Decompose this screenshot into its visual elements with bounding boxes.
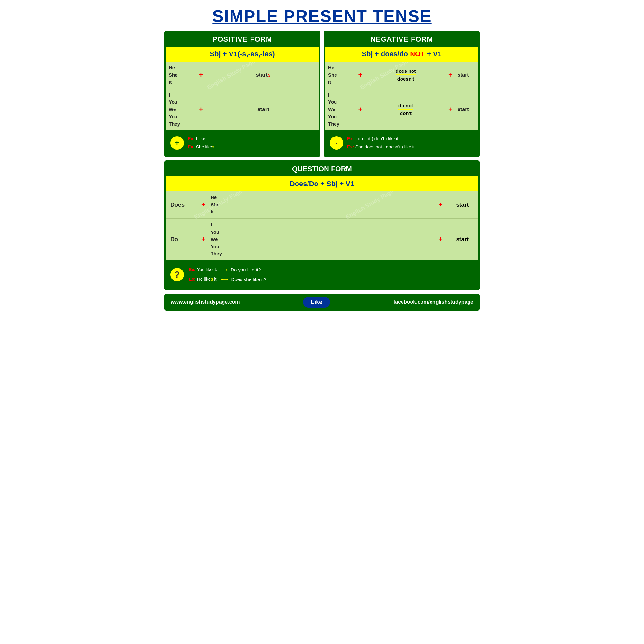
positive-row-1: HeSheIt + starts — [166, 62, 319, 89]
positive-icon: + — [170, 136, 184, 150]
footer-right: facebook.com/englishstudypage — [393, 299, 473, 305]
question-plus-2: + — [198, 235, 209, 243]
positive-formula-bar: Sbj + V1(-s,-es,-ies) — [166, 47, 319, 62]
question-answer-1: Do you like it? — [231, 267, 261, 272]
positive-header-text: POSITIVE FORM — [213, 35, 272, 43]
question-icon: ? — [170, 268, 184, 281]
question-plus-1b: + — [435, 201, 446, 209]
question-plus-2b: + — [435, 235, 446, 243]
arrow-2: --→ — [221, 276, 228, 283]
question-header-text: QUESTION FORM — [292, 165, 352, 173]
question-example-bar: ? Ex: You like it. --→ Do you like it? E… — [166, 260, 478, 289]
question-aux-1: Does — [166, 199, 198, 211]
negative-formula: Sbj + does/do NOT + V1 — [362, 50, 441, 58]
negative-ex1: Ex: I do not ( don't ) like it. — [347, 135, 416, 143]
like-button[interactable]: Like — [303, 297, 330, 308]
positive-plus-1: + — [194, 71, 207, 79]
question-subj-2: IYouWeYouThey — [209, 219, 238, 260]
positive-verb-1: starts — [207, 69, 319, 81]
question-aux-2: Do — [166, 233, 198, 245]
question-subj-1: HeSheIt — [209, 191, 238, 218]
question-table-container: English Study Page English Study Page Do… — [166, 191, 478, 260]
negative-middle-2: do not don't — [367, 101, 445, 117]
positive-table: English Study Page HeSheIt + starts IYou… — [166, 62, 319, 130]
negative-subjects-1: HeSheIt — [325, 62, 354, 89]
negative-plus-2: + — [354, 105, 367, 114]
positive-example-bar: + Ex: I like it. Ex: She likes it. — [166, 130, 319, 156]
negative-table: English Study Page HeSheIt + does not do… — [325, 62, 478, 130]
question-form-box: QUESTION FORM Does/Do + Sbj + V1 English… — [164, 160, 480, 290]
negative-middle-1: does not doesn't — [367, 67, 445, 83]
page-title: SIMPLE PRESENT TENSE — [164, 3, 480, 31]
negative-form-box: NEGATIVE FORM Sbj + does/do NOT + V1 Eng… — [324, 31, 480, 157]
positive-subjects-1: HeSheIt — [166, 62, 194, 89]
negative-plus-end-1: + — [445, 71, 456, 79]
positive-verb-2: start — [207, 104, 319, 115]
question-ex-row-2: Ex: He likes it. --→ Does she like it? — [189, 275, 267, 283]
negative-examples: Ex: I do not ( don't ) like it. Ex: She … — [347, 135, 416, 151]
negative-subjects-2: IYouWeYouThey — [325, 89, 354, 130]
question-row-1: Does + HeSheIt + start — [166, 191, 478, 219]
negative-verb-2: start — [456, 104, 478, 115]
positive-examples: Ex: I like it. Ex: She likes it. — [188, 135, 219, 151]
question-ex-row-1: Ex: You like it. --→ Do you like it? — [189, 266, 267, 274]
question-verb-1: start — [446, 202, 478, 208]
positive-ex1: Ex: I like it. — [188, 135, 219, 143]
negative-plus-end-2: + — [445, 105, 456, 114]
question-header: QUESTION FORM — [166, 162, 478, 176]
question-plus-1: + — [198, 201, 209, 209]
negative-formula-bar: Sbj + does/do NOT + V1 — [325, 47, 478, 62]
positive-form-box: POSITIVE FORM Sbj + V1(-s,-es,-ies) Engl… — [164, 31, 320, 157]
positive-plus-2: + — [194, 105, 207, 114]
negative-header-text: NEGATIVE FORM — [370, 35, 433, 43]
footer: www.englishstudypage.com Like facebook.c… — [164, 294, 480, 311]
negative-verb-1: start — [456, 70, 478, 81]
positive-subjects-2: IYouWeYouThey — [166, 89, 194, 130]
question-verb-2: start — [446, 236, 478, 243]
question-row-2: Do + IYouWeYouThey + start — [166, 219, 478, 260]
question-examples: Ex: You like it. --→ Do you like it? Ex:… — [189, 266, 267, 283]
negative-header: NEGATIVE FORM — [325, 32, 478, 47]
negative-ex2: Ex: She does not ( doesn't ) like it. — [347, 143, 416, 151]
positive-formula: Sbj + V1(-s,-es,-ies) — [210, 50, 275, 58]
positive-ex2: Ex: She likes it. — [188, 143, 219, 151]
positive-header: POSITIVE FORM — [166, 32, 319, 47]
footer-left: www.englishstudypage.com — [171, 299, 240, 305]
question-formula-bar: Does/Do + Sbj + V1 — [166, 176, 478, 191]
positive-row-2: IYouWeYouThey + start — [166, 89, 319, 130]
arrow-1: --→ — [221, 266, 227, 273]
question-answer-2: Does she like it? — [231, 277, 267, 282]
negative-icon: - — [330, 136, 343, 150]
question-formula: Does/Do + Sbj + V1 — [290, 180, 355, 188]
negative-plus-1: + — [354, 71, 367, 79]
negative-example-bar: - Ex: I do not ( don't ) like it. Ex: Sh… — [325, 130, 478, 156]
negative-row-2: IYouWeYouThey + do not don't + start — [325, 89, 478, 130]
negative-row-1: HeSheIt + does not doesn't + start — [325, 62, 478, 89]
